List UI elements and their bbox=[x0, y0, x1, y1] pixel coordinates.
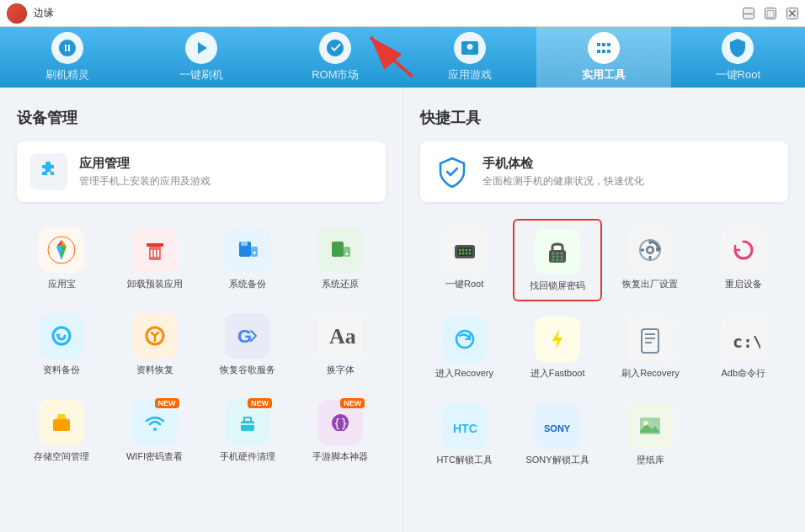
tool-flash-recovery[interactable]: 刷入Recovery bbox=[605, 308, 695, 387]
app-mgmt-desc: 管理手机上安装的应用及游戏 bbox=[79, 174, 211, 189]
tool-enter-recovery[interactable]: 进入Recovery bbox=[420, 308, 509, 387]
tool-reboot-device[interactable]: 重启设备 bbox=[699, 219, 788, 301]
reboot-device-icon-box bbox=[721, 227, 766, 273]
tool-factory-reset[interactable]: 恢复出厂设置 bbox=[605, 219, 695, 301]
nav-label-one-key-root: 一键Root bbox=[716, 67, 760, 82]
title-bar-left: 边缘 bbox=[7, 3, 54, 24]
enter-fastboot-icon-box bbox=[535, 317, 580, 362]
tool-label-sony-unlock: SONY解锁工具 bbox=[525, 454, 589, 466]
tool-enter-fastboot[interactable]: 进入Fastboot bbox=[513, 308, 602, 387]
tool-label-one-key-root: 一键Root bbox=[445, 278, 483, 290]
tool-label-hw-clean: 手机硬件清理 bbox=[220, 450, 275, 462]
tool-sys-restore[interactable]: 系统还原 bbox=[296, 219, 385, 298]
tool-one-key-root[interactable]: 一键Root bbox=[420, 219, 509, 301]
svg-rect-46 bbox=[642, 329, 658, 353]
svg-rect-10 bbox=[332, 242, 344, 257]
storage-mgmt-icon-box bbox=[39, 400, 84, 445]
tool-hw-clean[interactable]: NEW 手机硬件清理 bbox=[203, 391, 292, 471]
svg-text:HTC: HTC bbox=[453, 422, 477, 435]
tool-wifi-pw[interactable]: NEW WIFI密码查看 bbox=[109, 391, 199, 471]
tool-sys-backup[interactable]: 系统备份 bbox=[203, 219, 292, 298]
nav-label-flash-wizard: 刷机精灵 bbox=[45, 67, 89, 82]
tool-uninstall[interactable]: 卸载预装应用 bbox=[109, 219, 199, 298]
flash-recovery-icon-box bbox=[627, 317, 673, 362]
health-card[interactable]: 手机体检 全面检测手机的健康状况，快速优化 bbox=[420, 141, 789, 202]
sony-unlock-icon-box: SONY bbox=[535, 403, 580, 449]
nav-item-flash-wizard[interactable]: 刷机精灵 bbox=[0, 27, 134, 88]
factory-reset-icon-box bbox=[627, 227, 673, 273]
left-panel: 设备管理 应用管理 管理手机上安装的应用及游戏 bbox=[0, 88, 403, 532]
health-desc: 全面检测手机的健康状况，快速优化 bbox=[482, 174, 644, 189]
tool-change-font[interactable]: Aa 换字体 bbox=[296, 305, 385, 384]
game-scripts-new-badge: NEW bbox=[340, 398, 365, 408]
one-key-flash-icon bbox=[185, 32, 217, 64]
svg-point-21 bbox=[458, 249, 461, 252]
game-scripts-icon-box: NEW {} bbox=[317, 400, 363, 445]
svg-rect-8 bbox=[241, 242, 248, 246]
adb-cmd-icon-box: c:\ bbox=[721, 317, 766, 362]
nav-item-one-key-root[interactable]: 一键Root ⬇ bbox=[671, 27, 805, 88]
tool-data-backup[interactable]: 资料备份 bbox=[17, 305, 106, 384]
nav-item-one-key-flash[interactable]: 一键刷机 bbox=[134, 27, 268, 88]
tool-game-scripts[interactable]: NEW {} 手游脚本神器 bbox=[296, 391, 385, 471]
svg-point-31 bbox=[557, 253, 559, 255]
tool-label-uninstall: 卸载预装应用 bbox=[127, 278, 183, 290]
title-bar-controls: ─ □ ✕ bbox=[743, 8, 798, 19]
hw-clean-new-badge: NEW bbox=[248, 398, 272, 408]
svg-point-41 bbox=[648, 248, 653, 253]
tool-label-wifi-pw: WIFI密码查看 bbox=[126, 450, 183, 462]
app-mgmt-title: 应用管理 bbox=[79, 156, 211, 172]
find-lock-pw-icon-box bbox=[535, 229, 580, 274]
svg-rect-45 bbox=[656, 249, 659, 252]
svg-point-22 bbox=[458, 253, 461, 255]
tool-adb-cmd[interactable]: c:\ Adb命令行 bbox=[699, 308, 788, 387]
svg-point-23 bbox=[461, 249, 464, 252]
nav-item-practical-tools[interactable]: 实用工具 bbox=[536, 27, 670, 88]
svg-rect-42 bbox=[649, 241, 652, 244]
svg-text:G: G bbox=[237, 326, 252, 347]
tool-sony-unlock[interactable]: SONY SONY解锁工具 bbox=[513, 395, 602, 474]
wallpaper-icon-box bbox=[627, 403, 673, 449]
maximize-button[interactable]: □ bbox=[765, 8, 776, 19]
svg-rect-44 bbox=[641, 249, 644, 252]
svg-point-32 bbox=[561, 253, 563, 255]
data-restore-icon-box bbox=[132, 313, 178, 359]
tool-wallpaper[interactable]: 壁纸库 bbox=[605, 395, 695, 474]
svg-point-24 bbox=[461, 253, 464, 255]
tool-label-game-scripts: 手游脚本神器 bbox=[312, 450, 368, 462]
svg-point-33 bbox=[552, 256, 555, 258]
tool-app-store[interactable]: 应用宝 bbox=[17, 219, 106, 298]
avatar bbox=[7, 3, 27, 24]
title-bar: 边缘 ─ □ ✕ bbox=[0, 0, 805, 27]
right-tool-grid: 一键Root bbox=[420, 219, 789, 474]
minimize-button[interactable]: ─ bbox=[743, 8, 754, 19]
tool-storage-mgmt[interactable]: 存储空间管理 bbox=[17, 391, 106, 471]
tool-htc-unlock[interactable]: HTC HTC解锁工具 bbox=[420, 395, 509, 474]
app-game-icon bbox=[454, 32, 486, 64]
tool-google-restore[interactable]: G 恢复谷歌服务 bbox=[203, 305, 292, 384]
tool-label-change-font: 换字体 bbox=[327, 364, 355, 375]
nav-item-app-game[interactable]: 应用游戏 bbox=[402, 27, 536, 88]
nav-bar: 刷机精灵 一键刷机 ROM市场 应用游戏 实用工具 一键Root ⬇ bbox=[0, 27, 805, 88]
left-section-title: 设备管理 bbox=[17, 108, 386, 128]
tool-data-restore[interactable]: 资料恢复 bbox=[109, 305, 199, 384]
tool-find-lock-pw[interactable]: 找回锁屏密码 bbox=[513, 219, 602, 301]
nav-item-rom-market[interactable]: ROM市场 bbox=[269, 27, 402, 88]
tool-label-reboot-device: 重启设备 bbox=[725, 278, 762, 290]
svg-text:{}: {} bbox=[333, 417, 348, 430]
main-content: 设备管理 应用管理 管理手机上安装的应用及游戏 bbox=[0, 88, 805, 532]
app-mgmt-card[interactable]: 应用管理 管理手机上安装的应用及游戏 bbox=[17, 141, 386, 202]
tool-label-adb-cmd: Adb命令行 bbox=[722, 367, 766, 379]
wifi-pw-icon-box: NEW bbox=[132, 400, 178, 445]
svg-point-38 bbox=[561, 259, 563, 262]
tool-label-app-store: 应用宝 bbox=[48, 278, 76, 290]
svg-rect-2 bbox=[147, 243, 163, 247]
close-button[interactable]: ✕ bbox=[786, 8, 798, 19]
app-mgmt-icon bbox=[30, 153, 67, 190]
tool-label-sys-backup: 系统备份 bbox=[229, 278, 266, 290]
sys-backup-icon-box bbox=[225, 227, 270, 273]
sys-restore-icon-box bbox=[317, 227, 363, 273]
change-font-icon-box: Aa bbox=[317, 313, 363, 359]
username: 边缘 bbox=[34, 6, 54, 20]
app-store-icon-box bbox=[39, 227, 84, 273]
